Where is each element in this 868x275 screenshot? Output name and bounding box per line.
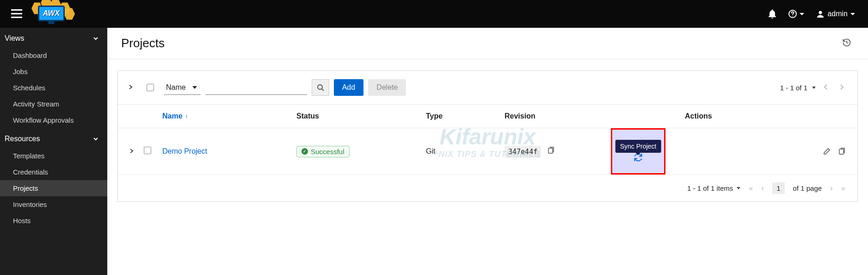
svg-rect-2 xyxy=(11,17,22,18)
chevron-down-icon xyxy=(192,86,197,89)
next-page-button[interactable] xyxy=(836,83,847,93)
column-header-type[interactable]: Type xyxy=(421,105,500,128)
svg-point-5 xyxy=(819,11,822,14)
user-label: admin xyxy=(827,10,848,18)
select-all-checkbox[interactable] xyxy=(147,84,154,91)
prev-page-button[interactable]: ‹ xyxy=(761,183,764,193)
sidebar-section-label: Views xyxy=(5,34,24,43)
items-range-select[interactable]: 1 - 1 of 1 items xyxy=(687,184,740,192)
svg-rect-0 xyxy=(11,9,22,11)
history-icon[interactable] xyxy=(842,38,854,49)
svg-rect-7 xyxy=(548,148,553,153)
revision-chip: 347e44f xyxy=(505,146,541,158)
sidebar-item-inventories[interactable]: Inventories xyxy=(0,196,107,212)
footer-pagination: 1 - 1 of 1 items « ‹ 1 of 1 page › » xyxy=(118,175,857,201)
sidebar-section-resources[interactable]: Resources xyxy=(0,128,107,148)
sort-asc-icon: ↑ xyxy=(185,113,189,120)
copy-icon[interactable] xyxy=(547,148,554,156)
projects-panel: Name Add Delete 1 - 1 of 1 xyxy=(117,70,858,202)
search-input[interactable] xyxy=(205,80,307,95)
chevron-down-icon xyxy=(800,13,804,15)
table-row: Demo Project Successful Git 347e44f xyxy=(118,128,857,175)
sidebar-item-workflow-approvals[interactable]: Workflow Approvals xyxy=(0,112,107,128)
sidebar-item-hosts[interactable]: Hosts xyxy=(0,212,107,229)
project-type: Git xyxy=(421,128,500,175)
svg-point-4 xyxy=(793,16,794,17)
projects-table: Name↑ Status Type Revision Actions xyxy=(118,105,857,175)
sidebar-item-jobs[interactable]: Jobs xyxy=(0,63,107,80)
page-header: Projects xyxy=(107,28,868,59)
sync-action-highlight: Sync Project xyxy=(611,128,665,175)
column-header-name[interactable]: Name↑ xyxy=(158,105,292,128)
column-header-revision[interactable]: Revision xyxy=(500,105,611,128)
sidebar-item-activity-stream[interactable]: Activity Stream xyxy=(0,96,107,112)
expand-row-icon[interactable] xyxy=(129,147,135,155)
chevron-down-icon xyxy=(92,136,99,142)
row-checkbox[interactable] xyxy=(144,147,151,154)
content-area: Kifarunix *NIX TIPS & TUTORIALS Projects… xyxy=(107,28,868,275)
filter-field-select[interactable]: Name xyxy=(164,81,201,95)
user-menu[interactable]: admin xyxy=(816,10,855,18)
notifications-icon[interactable] xyxy=(768,9,776,19)
sidebar-item-projects[interactable]: Projects xyxy=(0,180,107,196)
filter-field-label: Name xyxy=(166,83,186,92)
copy-action-icon[interactable] xyxy=(835,145,848,158)
chevron-down-icon xyxy=(812,87,816,89)
chevron-down-icon xyxy=(737,187,740,189)
project-name-link[interactable]: Demo Project xyxy=(162,147,207,155)
prev-page-button[interactable] xyxy=(820,83,831,93)
sidebar-item-credentials[interactable]: Credentials xyxy=(0,164,107,180)
sidebar-item-schedules[interactable]: Schedules xyxy=(0,80,107,96)
column-header-status[interactable]: Status xyxy=(292,105,421,128)
app-logo[interactable]: AWX xyxy=(31,2,73,26)
success-icon xyxy=(302,148,308,155)
status-text: Successful xyxy=(311,148,345,156)
expand-all-icon[interactable] xyxy=(128,83,136,92)
current-page-number: 1 xyxy=(772,182,784,194)
search-button[interactable] xyxy=(312,79,329,96)
last-page-button[interactable]: » xyxy=(841,184,845,193)
svg-point-6 xyxy=(318,85,322,89)
hamburger-icon[interactable] xyxy=(8,6,25,21)
help-menu[interactable] xyxy=(788,10,804,18)
sync-tooltip: Sync Project xyxy=(616,140,661,153)
sidebar-item-templates[interactable]: Templates xyxy=(0,148,107,164)
chevron-down-icon xyxy=(92,35,99,42)
top-pagination-range[interactable]: 1 - 1 of 1 xyxy=(780,84,816,92)
chevron-down-icon xyxy=(850,13,855,15)
add-button[interactable]: Add xyxy=(334,79,363,96)
sidebar-item-dashboard[interactable]: Dashboard xyxy=(0,47,107,63)
edit-icon[interactable] xyxy=(820,145,833,158)
first-page-button[interactable]: « xyxy=(749,184,753,193)
topbar: AWX admin xyxy=(0,0,868,28)
sidebar-section-label: Resources xyxy=(5,135,40,143)
toolbar: Name Add Delete 1 - 1 of 1 xyxy=(118,71,857,105)
status-badge[interactable]: Successful xyxy=(296,146,350,157)
svg-rect-1 xyxy=(11,13,22,14)
sidebar: Views Dashboard Jobs Schedules Activity … xyxy=(0,28,107,275)
page-title: Projects xyxy=(121,36,165,50)
page-total-text: of 1 page xyxy=(793,184,822,192)
sidebar-section-views[interactable]: Views xyxy=(0,28,107,47)
next-page-button[interactable]: › xyxy=(830,183,833,193)
delete-button: Delete xyxy=(368,79,406,96)
svg-rect-8 xyxy=(839,149,843,154)
column-header-actions: Actions xyxy=(680,105,857,128)
